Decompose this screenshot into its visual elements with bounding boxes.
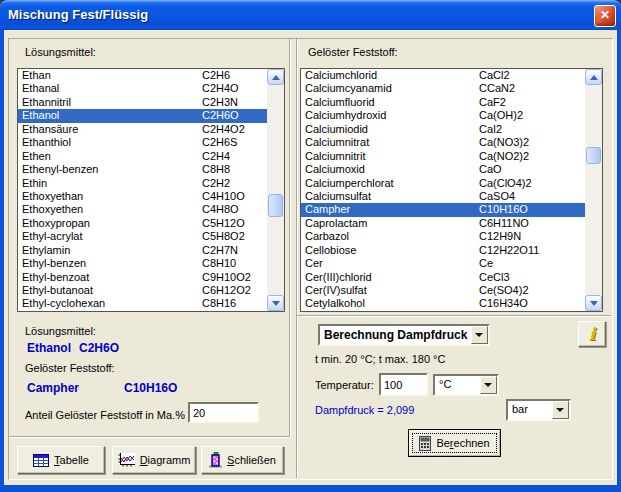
info-icon: i [589, 324, 595, 344]
info-button[interactable]: i [578, 321, 606, 347]
scroll-down-icon [590, 301, 598, 306]
scroll-up-button[interactable] [267, 69, 284, 85]
solvent-scrollbar[interactable] [267, 69, 284, 311]
list-item[interactable]: CerCe [301, 257, 585, 270]
scrollbar-thumb[interactable] [586, 147, 601, 164]
title-bar[interactable]: Mischung Fest/Flüssig ✕ [0, 0, 621, 30]
item-formula: CaSO4 [479, 190, 515, 203]
list-item[interactable]: CalciumnitritCa(NO2)2 [301, 150, 585, 163]
item-formula: C2H4O [202, 82, 239, 95]
list-item[interactable]: CellobioseC12H22O11 [301, 244, 585, 257]
list-item[interactable]: EthylaminC2H7N [18, 244, 267, 257]
scroll-down-button[interactable] [585, 295, 602, 311]
list-item[interactable]: CaprolactamC6H11NO [301, 217, 585, 230]
solvent-listbox[interactable]: EthanC2H6EthanalC2H4OEthannitrilC2H3NEth… [17, 68, 285, 312]
list-item[interactable]: CalciumchloridCaCl2 [301, 69, 585, 82]
item-formula: C6H12O2 [202, 284, 251, 297]
scroll-up-icon [272, 75, 280, 80]
list-item[interactable]: CalciumcyanamidCCaN2 [301, 82, 585, 95]
item-name: Calciumperchlorat [305, 177, 394, 190]
list-item[interactable]: Ethyl-benzoatC9H10O2 [18, 271, 267, 284]
item-name: Ethylamin [22, 244, 70, 257]
item-formula: C2H2 [202, 177, 230, 190]
list-item[interactable]: EthanalC2H4O [18, 82, 267, 95]
item-formula: CaCl2 [479, 69, 510, 82]
temperature-unit-value: °C [439, 376, 478, 394]
list-item[interactable]: CalciumhydroxidCa(OH)2 [301, 109, 585, 122]
item-formula: C12H9N [479, 230, 521, 243]
item-name: Ethyl-benzoat [22, 271, 89, 284]
list-item[interactable]: CampherC10H16O [301, 203, 585, 216]
dropdown-button[interactable] [552, 401, 569, 419]
item-name: Calciumsulfat [305, 190, 371, 203]
list-item[interactable]: EthansäureC2H4O2 [18, 123, 267, 136]
item-name: Calciumnitrit [305, 150, 366, 163]
list-item[interactable]: CalciumiodidCaI2 [301, 123, 585, 136]
close-dialog-button[interactable]: Schließen [201, 446, 284, 474]
dropdown-button[interactable] [480, 376, 497, 394]
list-item[interactable]: EthenC2H4 [18, 150, 267, 163]
list-item[interactable]: Ethyl-acrylatC5H8O2 [18, 230, 267, 243]
item-name: Ethoxyethen [22, 203, 83, 216]
selected-solid-formula: C10H16O [124, 381, 177, 395]
list-item[interactable]: EthanC2H6 [18, 69, 267, 82]
item-formula: CCaN2 [479, 82, 515, 95]
chevron-down-icon [484, 383, 492, 387]
fraction-input[interactable] [188, 402, 259, 423]
list-item[interactable]: Ethyl-cyclohexanC8H16 [18, 297, 267, 310]
solid-listbox[interactable]: CalciumchloridCaCl2CalciumcyanamidCCaN2C… [300, 68, 603, 312]
item-name: Ethanal [22, 82, 59, 95]
list-item[interactable]: CalciumsulfatCaSO4 [301, 190, 585, 203]
temperature-input[interactable] [379, 373, 428, 396]
item-name: Ethyl-benzen [22, 257, 86, 270]
item-formula: C8H8 [202, 163, 230, 176]
list-item[interactable]: CalciumnitratCa(NO3)2 [301, 136, 585, 149]
item-formula: C6H11NO [479, 217, 529, 230]
list-item[interactable]: CalciumperchloratCa(ClO4)2 [301, 177, 585, 190]
list-item[interactable]: EthannitrilC2H3N [18, 96, 267, 109]
list-item[interactable]: EthanthiolC2H6S [18, 136, 267, 149]
list-item[interactable]: EthanolC2H6O [18, 109, 267, 122]
list-item[interactable]: EthinC2H2 [18, 177, 267, 190]
list-item[interactable]: Cer(III)chloridCeCl3 [301, 271, 585, 284]
scrollbar-thumb[interactable] [268, 194, 283, 217]
scrollbar-track[interactable] [585, 85, 602, 295]
item-formula: Ca(NO3)2 [479, 136, 529, 149]
list-item[interactable]: Ethyl-benzenC8H10 [18, 257, 267, 270]
list-item[interactable]: Ethenyl-benzenC8H8 [18, 163, 267, 176]
calculation-mode-combobox[interactable]: Berechnung Dampfdruck [318, 324, 490, 346]
item-formula: C2H6S [202, 136, 237, 149]
item-name: Campher [305, 203, 350, 216]
diagram-button[interactable]: Diagramm [112, 446, 196, 474]
list-item[interactable]: EthoxypropanC5H12O [18, 217, 267, 230]
list-item[interactable]: CalciumfluoridCaF2 [301, 96, 585, 109]
item-name: Ethanthiol [22, 136, 71, 149]
item-name: Calciumnitrat [305, 136, 369, 149]
list-item[interactable]: CalciumoxidCaO [301, 163, 585, 176]
item-name: Calciumoxid [305, 163, 365, 176]
list-item[interactable]: CetylalkoholC16H34O [301, 297, 585, 310]
dropdown-button[interactable] [471, 326, 488, 344]
solid-scrollbar[interactable] [585, 69, 602, 311]
scroll-up-button[interactable] [585, 69, 602, 85]
scrollbar-track[interactable] [267, 85, 284, 295]
item-formula: C5H12O [202, 217, 245, 230]
list-item[interactable]: EthoxyethenC4H8O [18, 203, 267, 216]
calculate-button[interactable]: Berechnen [408, 429, 501, 457]
dialog-window: Mischung Fest/Flüssig ✕ Lösungsmittel: G… [0, 0, 621, 492]
pressure-unit-combobox[interactable]: bar [506, 399, 571, 421]
list-item[interactable]: Cer(IV)sulfatCe(SO4)2 [301, 284, 585, 297]
temperature-unit-combobox[interactable]: °C [433, 374, 499, 396]
scroll-down-button[interactable] [267, 295, 284, 311]
list-item[interactable]: Ethyl-butanoatC6H12O2 [18, 284, 267, 297]
list-item[interactable]: EthoxyethanC4H10O [18, 190, 267, 203]
table-button[interactable]: Tabelle [17, 446, 105, 474]
item-formula: Ca(ClO4)2 [479, 177, 532, 190]
close-button[interactable]: ✕ [594, 5, 616, 27]
chevron-down-icon [556, 408, 564, 412]
pressure-unit-value: bar [512, 401, 550, 419]
item-formula: CeCl3 [479, 271, 510, 284]
temperature-label: Temperatur: [315, 379, 374, 391]
divider-calculation [297, 315, 611, 316]
list-item[interactable]: CarbazolC12H9N [301, 230, 585, 243]
